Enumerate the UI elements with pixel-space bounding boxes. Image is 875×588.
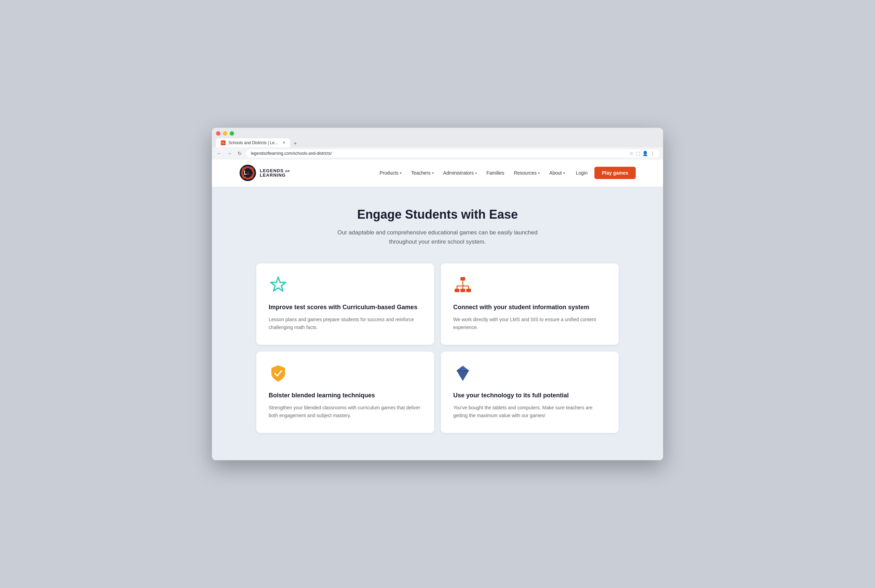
site-navigation: L L LEGENDS OF LEARNING Products ▾ Teach… xyxy=(212,159,663,187)
account-button[interactable]: 👤 xyxy=(642,151,648,156)
nav-products-label: Products xyxy=(380,170,399,176)
svg-text:L: L xyxy=(248,171,250,175)
close-button[interactable] xyxy=(216,131,221,136)
card-curriculum-title: Improve test scores with Curriculum-base… xyxy=(269,303,422,312)
card-technology-desc: You've bought the tablets and computers.… xyxy=(453,404,606,419)
svg-rect-5 xyxy=(461,289,465,292)
administrators-chevron-icon: ▾ xyxy=(475,171,477,175)
play-games-button[interactable]: Play games xyxy=(594,167,636,179)
nav-families-label: Families xyxy=(486,170,504,176)
forward-button[interactable]: → xyxy=(225,150,233,157)
bookmark-button[interactable]: ☆ xyxy=(629,151,634,156)
nav-administrators-label: Administrators xyxy=(443,170,474,176)
tab-title-text: Schools and Districts | Legen... xyxy=(228,140,279,145)
address-text: legendsoflearning.com/schools-and-distri… xyxy=(251,151,332,156)
card-sis-desc: We work directly with your LMS and SIS t… xyxy=(453,316,606,331)
tab-bar: LL Schools and Districts | Legen... ✕ + xyxy=(216,138,659,147)
browser-window: LL Schools and Districts | Legen... ✕ + … xyxy=(212,128,663,460)
tab-close-icon[interactable]: ✕ xyxy=(282,140,285,145)
active-tab[interactable]: LL Schools and Districts | Legen... ✕ xyxy=(216,138,290,147)
nav-about-label: About xyxy=(549,170,562,176)
extensions-button[interactable]: ⬚ xyxy=(636,151,640,156)
card-blended-desc: Strengthen your blended classrooms with … xyxy=(269,404,422,419)
nav-products[interactable]: Products ▾ xyxy=(376,167,406,178)
card-sis-title: Connect with your student information sy… xyxy=(453,303,606,312)
star-icon xyxy=(269,276,288,295)
nav-resources[interactable]: Resources ▾ xyxy=(510,167,544,178)
card-technology: Use your technology to its full potentia… xyxy=(441,352,619,433)
card-blended: Bolster blended learning techniques Stre… xyxy=(256,352,434,433)
products-chevron-icon: ▾ xyxy=(400,171,402,175)
nav-links: Products ▾ Teachers ▾ Administrators ▾ F… xyxy=(376,167,636,179)
nav-teachers[interactable]: Teachers ▾ xyxy=(407,167,438,178)
nav-teachers-label: Teachers xyxy=(411,170,431,176)
nav-resources-label: Resources xyxy=(514,170,537,176)
svg-rect-4 xyxy=(455,289,459,292)
login-button[interactable]: Login xyxy=(570,167,593,178)
card-technology-title: Use your technology to its full potentia… xyxy=(453,391,606,400)
back-button[interactable]: ← xyxy=(215,150,223,157)
tab-favicon: LL xyxy=(221,140,225,145)
resources-chevron-icon: ▾ xyxy=(538,171,540,175)
card-curriculum-desc: Lesson plans and games prepare students … xyxy=(269,316,422,331)
cards-grid: Improve test scores with Curriculum-base… xyxy=(256,263,619,447)
logo-wordmark: LEGENDS OF LEARNING xyxy=(260,168,290,177)
nav-administrators[interactable]: Administrators ▾ xyxy=(439,167,481,178)
new-tab-button[interactable]: + xyxy=(291,140,299,147)
hero-section: Engage Students with Ease Our adaptable … xyxy=(212,187,663,460)
maximize-button[interactable] xyxy=(230,131,234,136)
hero-subtitle: Our adaptable and comprehensive educatio… xyxy=(335,228,540,246)
website-content: L L LEGENDS OF LEARNING Products ▾ Teach… xyxy=(212,159,663,460)
site-logo[interactable]: L L LEGENDS OF LEARNING xyxy=(239,164,290,182)
card-sis: Connect with your student information sy… xyxy=(441,263,619,345)
diamond-icon xyxy=(453,364,472,383)
network-icon xyxy=(453,276,472,295)
card-curriculum: Improve test scores with Curriculum-base… xyxy=(256,263,434,345)
menu-button[interactable]: ⋮ xyxy=(650,151,655,156)
address-bar-actions: ☆ ⬚ 👤 ⋮ xyxy=(629,151,655,156)
svg-text:L: L xyxy=(244,170,247,176)
address-bar-row: ← → ↻ legendsoflearning.com/schools-and-… xyxy=(212,147,663,159)
svg-rect-3 xyxy=(461,277,465,280)
about-chevron-icon: ▾ xyxy=(563,171,565,175)
card-blended-title: Bolster blended learning techniques xyxy=(269,391,422,400)
logo-icon: L L xyxy=(239,164,256,182)
traffic-lights xyxy=(216,131,659,136)
minimize-button[interactable] xyxy=(223,131,227,136)
nav-about[interactable]: About ▾ xyxy=(545,167,569,178)
hero-title: Engage Students with Ease xyxy=(239,207,636,222)
address-bar[interactable]: legendsoflearning.com/schools-and-distri… xyxy=(246,149,660,158)
nav-families[interactable]: Families xyxy=(482,167,508,178)
browser-chrome: LL Schools and Districts | Legen... ✕ + xyxy=(212,128,663,147)
shield-icon xyxy=(269,364,288,383)
svg-rect-6 xyxy=(466,289,471,292)
teachers-chevron-icon: ▾ xyxy=(432,171,434,175)
refresh-button[interactable]: ↻ xyxy=(236,150,243,157)
